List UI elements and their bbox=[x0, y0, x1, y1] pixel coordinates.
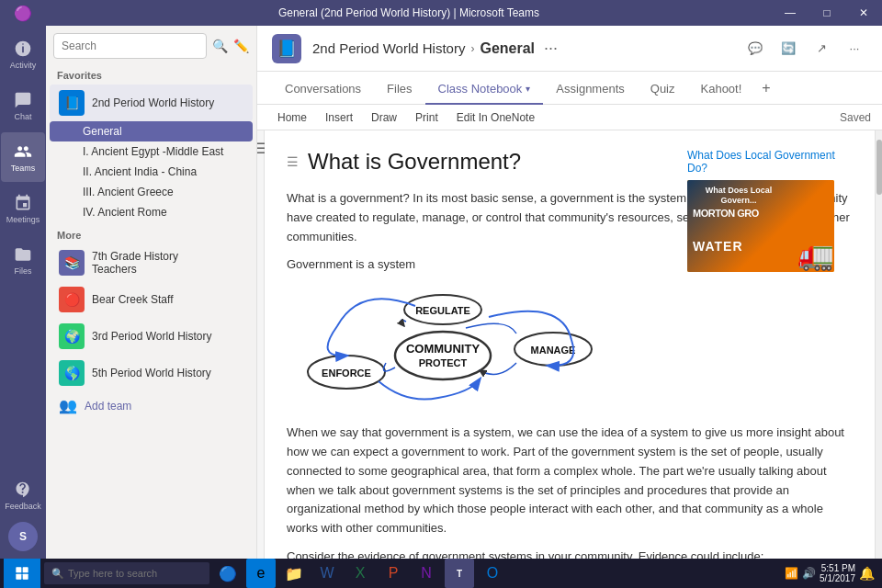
team-avatar-7th-grade: 📚 bbox=[59, 250, 85, 276]
video-panel: What Does Local Government Do? What Does… bbox=[687, 149, 853, 272]
onenote-tabs: Home Insert Draw Print Edit In OneNote bbox=[268, 107, 544, 128]
taskbar-teams-icon[interactable]: T bbox=[445, 559, 474, 588]
content-sidebar-icon: ☰ bbox=[257, 130, 265, 559]
taskbar-word-icon[interactable]: W bbox=[312, 559, 342, 588]
nav-feedback-label: Feedback bbox=[5, 502, 41, 511]
team-avatar-3rd-period: 🌍 bbox=[59, 323, 85, 349]
scroll-bar[interactable] bbox=[875, 130, 882, 559]
channel-ancient-greece[interactable]: III. Ancient Greece bbox=[50, 182, 253, 202]
svg-rect-12 bbox=[23, 574, 28, 580]
tab-assignments[interactable]: Assignments bbox=[543, 74, 637, 105]
search-input[interactable] bbox=[53, 33, 207, 59]
team-item-2nd-period[interactable]: 📘 2nd Period World History ··· bbox=[50, 85, 253, 121]
team-item-5th-period[interactable]: 🌎 5th Period World History ··· bbox=[50, 355, 253, 391]
tab-assignments-label: Assignments bbox=[556, 82, 624, 96]
taskbar-volume-icon: 🔊 bbox=[802, 567, 816, 580]
more-action-button[interactable]: ··· bbox=[842, 36, 867, 62]
channel-ancient-india[interactable]: II. Ancient India - China bbox=[50, 162, 253, 182]
onenote-tab-draw[interactable]: Draw bbox=[362, 107, 406, 128]
user-avatar[interactable]: S bbox=[8, 522, 38, 551]
scroll-thumb[interactable] bbox=[876, 140, 882, 195]
tab-quiz[interactable]: Quiz bbox=[638, 74, 688, 105]
nav-chat[interactable]: Chat bbox=[1, 81, 45, 130]
svg-rect-11 bbox=[16, 574, 21, 580]
nav-feedback[interactable]: Feedback bbox=[1, 470, 45, 520]
sidebar: 🔍 ✏️ Favorites 📘 2nd Period World Histor… bbox=[46, 26, 257, 559]
notification-icon[interactable]: 🔔 bbox=[859, 566, 875, 581]
team-name-2nd-period: 2nd Period World History bbox=[92, 96, 224, 109]
taskbar-edge-icon[interactable]: e bbox=[246, 559, 276, 588]
add-tab-button[interactable]: + bbox=[754, 73, 777, 104]
nav-activity-label: Activity bbox=[10, 61, 37, 70]
onenote-toolbar: Home Insert Draw Print Edit In OneNote S… bbox=[257, 105, 882, 130]
team-item-bear-creek[interactable]: 🔴 Bear Creek Staff ··· bbox=[50, 281, 253, 318]
channel-india-name: II. Ancient India - China bbox=[83, 165, 197, 178]
taskbar-time-text: 5:51 PM bbox=[820, 563, 855, 573]
team-icon-header: 📘 bbox=[272, 34, 301, 63]
team-avatar-2nd-period: 📘 bbox=[59, 90, 85, 116]
tab-files[interactable]: Files bbox=[374, 74, 424, 105]
tab-conversations-label: Conversations bbox=[285, 82, 361, 96]
channel-rome-name: IV. Ancient Rome bbox=[83, 206, 167, 219]
taskbar-powerpoint-icon[interactable]: P bbox=[379, 559, 408, 588]
nav-rail: Activity Chat Teams Meetings Files Feedb… bbox=[0, 26, 46, 559]
taskbar-onenote-icon[interactable]: N bbox=[412, 559, 441, 588]
main-header: 📘 2nd Period World History › General ···… bbox=[257, 26, 882, 72]
compose-icon[interactable]: ✏️ bbox=[233, 39, 249, 53]
tab-kahoot[interactable]: Kahoot! bbox=[688, 74, 755, 105]
chat-action-button[interactable]: 💬 bbox=[742, 36, 768, 62]
channel-ancient-rome[interactable]: IV. Ancient Rome bbox=[50, 202, 253, 222]
nav-meetings-label: Meetings bbox=[6, 215, 40, 224]
video-thumb-title: What Does Local Govern... bbox=[693, 186, 785, 206]
channel-general[interactable]: General bbox=[50, 121, 253, 141]
taskbar-search-input[interactable] bbox=[68, 568, 187, 579]
nav-meetings[interactable]: Meetings bbox=[1, 184, 45, 233]
video-link[interactable]: What Does Local Government Do? bbox=[687, 149, 853, 175]
header-channel-name: General bbox=[480, 40, 535, 57]
channel-ancient-egypt[interactable]: I. Ancient Egypt -Middle East bbox=[50, 141, 253, 162]
body-para4: Consider the evidence of government syst… bbox=[287, 548, 853, 559]
dropdown-chevron-icon: ▾ bbox=[526, 84, 530, 94]
minimize-button[interactable]: — bbox=[772, 0, 808, 26]
tab-files-label: Files bbox=[387, 82, 412, 96]
add-team-button[interactable]: 👥 Add team bbox=[50, 391, 253, 420]
svg-text:MANAGE: MANAGE bbox=[531, 345, 576, 356]
taskbar-excel-icon[interactable]: X bbox=[345, 559, 375, 588]
search-icon[interactable]: 🔍 bbox=[212, 39, 228, 53]
taskbar-cortana-icon[interactable]: 🔵 bbox=[213, 559, 243, 588]
nav-teams[interactable]: Teams bbox=[1, 132, 45, 182]
nav-chat-label: Chat bbox=[14, 112, 31, 121]
video-thumbnail[interactable]: What Does Local Govern... MORTON GRO WAT… bbox=[687, 180, 834, 272]
doc-title-text: What is Government? bbox=[308, 149, 521, 175]
nav-activity[interactable]: Activity bbox=[1, 29, 45, 79]
start-button[interactable] bbox=[4, 559, 40, 588]
header-actions: 💬 🔄 ↗ ··· bbox=[742, 36, 867, 62]
team-name-bear-creek: Bear Creek Staff bbox=[92, 293, 224, 306]
taskbar-explorer-icon[interactable]: 📁 bbox=[279, 559, 309, 588]
tab-conversations[interactable]: Conversations bbox=[272, 74, 374, 105]
popout-action-button[interactable]: ↗ bbox=[808, 36, 834, 62]
refresh-action-button[interactable]: 🔄 bbox=[775, 36, 801, 62]
tab-class-notebook[interactable]: Class Notebook ▾ bbox=[425, 74, 544, 105]
app-container: Activity Chat Teams Meetings Files Feedb… bbox=[0, 26, 882, 559]
nav-files[interactable]: Files bbox=[1, 235, 45, 285]
onenote-saved-status: Saved bbox=[840, 111, 871, 124]
svg-text:PROTECT: PROTECT bbox=[419, 357, 468, 368]
taskbar-outlook-icon[interactable]: O bbox=[478, 559, 507, 588]
svg-rect-10 bbox=[23, 567, 28, 572]
onenote-tab-edit[interactable]: Edit In OneNote bbox=[447, 107, 544, 128]
title-bar: 🟣 General (2nd Period World History) | M… bbox=[0, 0, 882, 26]
onenote-tab-insert[interactable]: Insert bbox=[316, 107, 362, 128]
close-button[interactable]: ✕ bbox=[845, 0, 882, 26]
add-team-label: Add team bbox=[85, 400, 131, 413]
onenote-tab-home[interactable]: Home bbox=[268, 107, 316, 128]
nav-tabs: Conversations Files Class Notebook ▾ Ass… bbox=[257, 72, 882, 105]
channel-general-name: General bbox=[83, 125, 122, 138]
channel-greece-name: III. Ancient Greece bbox=[83, 186, 174, 198]
taskbar-date-text: 5/1/2017 bbox=[820, 573, 855, 583]
team-item-7th-grade[interactable]: 📚 7th Grade History Teachers ··· bbox=[50, 244, 253, 281]
maximize-button[interactable]: □ bbox=[808, 0, 845, 26]
team-item-3rd-period[interactable]: 🌍 3rd Period World History ··· bbox=[50, 318, 253, 355]
header-more-button[interactable]: ··· bbox=[544, 39, 558, 58]
onenote-tab-print[interactable]: Print bbox=[406, 107, 447, 128]
